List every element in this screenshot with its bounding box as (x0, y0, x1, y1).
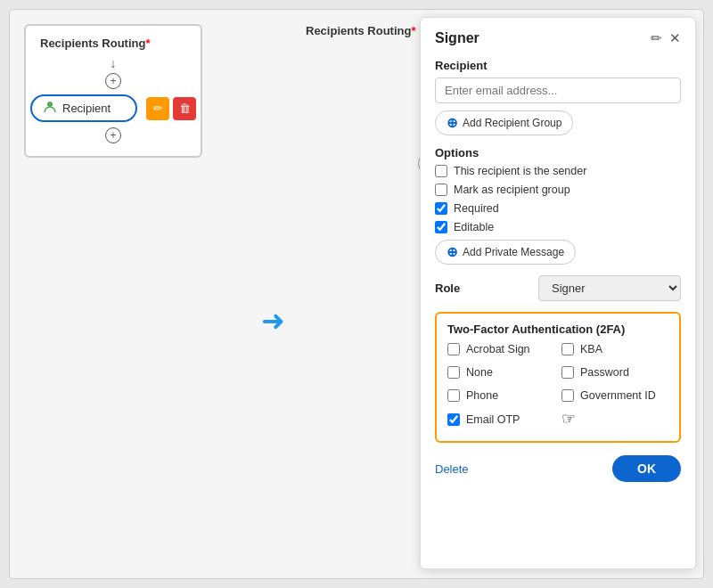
signer-detail-panel: Signer ✏ ✕ Recipient ⊕ Add Recipient Gro… (420, 17, 696, 569)
recipient-group-label: Mark as recipient group (454, 184, 570, 196)
arrow-down-1: ↓ (111, 57, 117, 69)
option-required-row: Required (435, 202, 681, 215)
main-container: Recipients Routing* ↓ + Recipient (9, 9, 704, 579)
twofa-govid-checkbox[interactable] (561, 389, 574, 402)
add-group-label: Add Recipient Group (463, 117, 561, 129)
edit-panel-icon[interactable]: ✏ (651, 30, 662, 46)
twofa-none-label: None (466, 366, 493, 379)
left-routing-label: Recipients Routing* (40, 37, 186, 50)
twofa-emailotp-checkbox[interactable] (447, 413, 460, 426)
before-state-box: Recipients Routing* ↓ + Recipient (24, 24, 202, 158)
editable-checkbox[interactable] (435, 221, 447, 233)
twofa-password-row: Password (561, 366, 668, 379)
option-sender-row: This recipient is the sender (435, 165, 681, 177)
twofa-phone-label: Phone (466, 389, 498, 402)
twofa-phone-row: Phone (447, 389, 554, 402)
role-row: Role Signer Approver CC Acceptor Form Fi… (435, 275, 681, 301)
twofa-phone-checkbox[interactable] (447, 389, 460, 402)
option-editable-row: Editable (435, 221, 681, 233)
twofa-acrobat-label: Acrobat Sign (466, 343, 530, 355)
twofa-password-checkbox[interactable] (561, 366, 574, 379)
recipient-section-title: Recipient (435, 59, 681, 72)
edit-icon: ✏ (153, 102, 163, 115)
twofa-acrobat-checkbox[interactable] (447, 343, 460, 355)
option-recipient-group-row: Mark as recipient group (435, 184, 681, 196)
twofa-box: Two-Factor Authentication (2FA) Acrobat … (435, 312, 681, 443)
middle-arrow-area: ➜ (250, 10, 295, 578)
panel-header-icons: ✏ ✕ (651, 30, 681, 46)
role-select[interactable]: Signer Approver CC Acceptor Form Filler … (538, 275, 681, 301)
twofa-govid-label: Government ID (580, 389, 656, 402)
add-node-bottom[interactable]: + (105, 127, 121, 143)
panel-header: Signer ✏ ✕ (435, 30, 681, 46)
sender-checkbox[interactable] (435, 165, 447, 177)
twofa-kba-row: KBA (561, 343, 668, 355)
recipient-node: Recipient (30, 94, 137, 122)
node-actions: ✏ 🗑 (146, 97, 196, 120)
left-flow: ↓ + Recipient ✏ (40, 55, 186, 145)
add-msg-label: Add Private Message (463, 246, 564, 258)
right-routing-text: Recipients Routing (306, 24, 411, 37)
panel-footer: Delete OK (435, 455, 681, 482)
cursor-area: ☞ (561, 412, 668, 432)
twofa-kba-checkbox[interactable] (561, 343, 574, 355)
twofa-govid-row: Government ID (561, 389, 668, 402)
close-panel-icon[interactable]: ✕ (669, 30, 681, 46)
twofa-acrobat-row: Acrobat Sign (447, 343, 554, 355)
trash-icon: 🗑 (179, 102, 191, 115)
twofa-emailotp-label: Email OTP (466, 413, 520, 426)
ok-button[interactable]: OK (612, 455, 681, 482)
left-panel: Recipients Routing* ↓ + Recipient (10, 10, 250, 578)
email-input[interactable] (435, 78, 681, 103)
required-checkbox[interactable] (435, 202, 447, 215)
add-msg-plus-icon: ⊕ (447, 244, 458, 260)
right-arrow-icon: ➜ (261, 304, 285, 338)
twofa-grid: Acrobat Sign KBA None Password Phone (447, 343, 668, 432)
person-icon (43, 100, 57, 117)
role-label: Role (435, 282, 460, 295)
left-routing-text: Recipients Routing (40, 37, 145, 50)
twofa-password-label: Password (580, 366, 629, 379)
required-label: Required (454, 202, 499, 215)
add-private-message-button[interactable]: ⊕ Add Private Message (435, 240, 576, 265)
delete-link[interactable]: Delete (435, 462, 469, 476)
svg-point-0 (47, 102, 53, 107)
delete-button[interactable]: 🗑 (173, 97, 196, 120)
recipient-group-checkbox[interactable] (435, 184, 447, 196)
twofa-kba-label: KBA (580, 343, 602, 355)
options-section-title: Options (435, 146, 681, 159)
cursor-hand-icon: ☞ (561, 409, 576, 429)
panel-title: Signer (435, 30, 479, 46)
twofa-none-row: None (447, 366, 554, 379)
add-recipient-group-button[interactable]: ⊕ Add Recipient Group (435, 110, 573, 135)
recipient-label: Recipient (62, 102, 111, 115)
sender-label: This recipient is the sender (454, 165, 586, 177)
twofa-title: Two-Factor Authentication (2FA) (447, 323, 668, 336)
add-group-plus-icon: ⊕ (447, 115, 458, 131)
twofa-emailotp-row: Email OTP (447, 412, 554, 426)
editable-label: Editable (454, 221, 494, 233)
twofa-none-checkbox[interactable] (447, 366, 460, 379)
edit-button[interactable]: ✏ (146, 97, 169, 120)
add-node-top[interactable]: + (105, 73, 121, 89)
